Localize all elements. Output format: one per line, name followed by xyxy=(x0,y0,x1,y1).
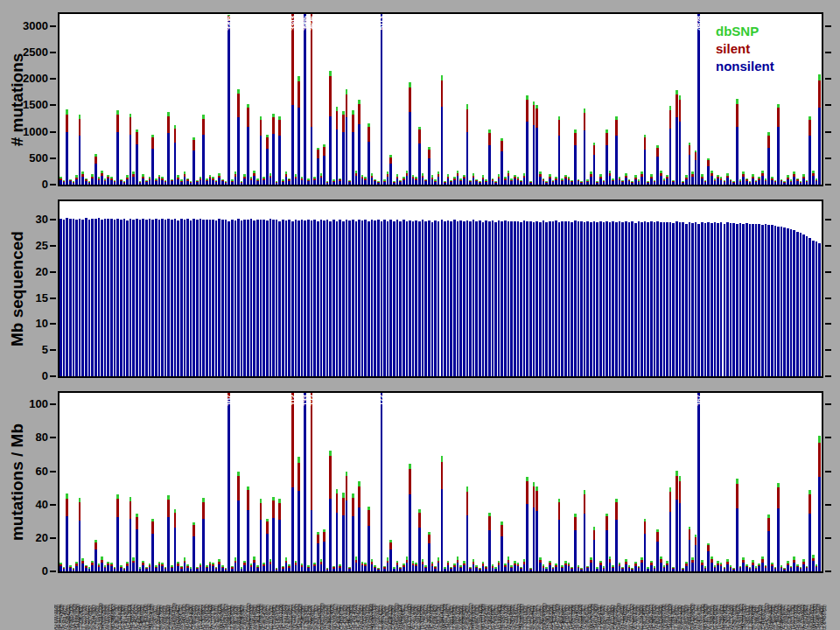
bar xyxy=(724,567,726,571)
legend-item-nonsilent: nonsilent xyxy=(716,58,774,75)
bar xyxy=(313,177,316,185)
bar xyxy=(656,529,659,571)
bar xyxy=(123,568,126,571)
bar xyxy=(656,221,659,376)
bar xyxy=(228,15,230,185)
bar xyxy=(631,181,634,185)
bar xyxy=(368,507,370,571)
bar xyxy=(812,241,815,376)
bar xyxy=(371,220,374,376)
bar xyxy=(396,174,399,185)
bar xyxy=(609,556,612,571)
bar xyxy=(444,181,446,185)
bar xyxy=(710,223,713,376)
bar xyxy=(647,567,649,571)
bar xyxy=(812,555,815,571)
bar xyxy=(552,221,555,376)
bar xyxy=(714,222,717,376)
bar xyxy=(136,514,138,571)
bar xyxy=(666,222,668,376)
bar xyxy=(88,567,91,571)
bar xyxy=(361,220,364,376)
bar xyxy=(492,564,494,571)
bar xyxy=(679,222,682,376)
x-axis-sample-labels: AD-1000-10(26)HR-1137-23(31)RC-1274-36(2… xyxy=(54,581,827,630)
bar xyxy=(171,565,173,571)
bar xyxy=(663,565,666,571)
bar xyxy=(736,99,738,185)
bar xyxy=(498,174,500,185)
bar xyxy=(278,499,281,571)
bar xyxy=(619,221,621,376)
bar xyxy=(237,219,240,376)
bar xyxy=(593,221,596,376)
bar xyxy=(472,220,475,376)
bar xyxy=(326,568,329,571)
y-tick xyxy=(825,104,831,106)
bar xyxy=(247,486,249,571)
bar xyxy=(691,172,694,185)
bar xyxy=(767,225,770,376)
bar xyxy=(304,393,306,571)
bar xyxy=(66,218,68,376)
bar xyxy=(806,236,808,376)
bar xyxy=(228,393,230,571)
bar xyxy=(139,220,142,376)
y-tick xyxy=(825,245,831,247)
y-axis-title-mb-sequenced: Mb sequenced xyxy=(8,201,27,376)
bar xyxy=(250,219,253,376)
y-tick xyxy=(825,349,831,351)
y-tick-label: 60 xyxy=(36,465,48,478)
y-tick-label: 0 xyxy=(42,369,48,382)
bar xyxy=(682,181,684,185)
bar xyxy=(256,220,259,376)
y-tick xyxy=(50,271,56,273)
y-tick xyxy=(50,403,56,405)
bar xyxy=(164,567,167,571)
bar xyxy=(288,564,290,571)
bar xyxy=(69,565,72,571)
bar xyxy=(816,242,818,376)
bar xyxy=(818,74,821,185)
bar xyxy=(508,171,510,185)
bar xyxy=(200,564,202,571)
bar xyxy=(231,220,234,376)
bar xyxy=(672,180,675,185)
bar xyxy=(479,181,481,185)
bar xyxy=(234,220,237,376)
bar xyxy=(352,220,354,376)
bar xyxy=(104,565,107,571)
bar xyxy=(453,220,456,376)
bar xyxy=(69,219,72,376)
bar xyxy=(517,221,520,376)
bar xyxy=(599,221,602,376)
bar xyxy=(393,221,396,376)
bar xyxy=(752,174,754,185)
bar xyxy=(689,527,691,571)
bar xyxy=(628,222,631,376)
bar xyxy=(149,177,151,185)
bar xyxy=(311,14,313,185)
bar xyxy=(409,82,411,185)
bar xyxy=(625,173,627,185)
bar xyxy=(381,393,383,571)
bar xyxy=(526,95,528,185)
bar xyxy=(707,158,710,185)
bar xyxy=(669,222,672,376)
bar xyxy=(707,542,710,571)
bar xyxy=(654,180,656,185)
bar xyxy=(66,109,68,185)
bar xyxy=(621,567,624,571)
y-tick xyxy=(50,349,56,351)
bar xyxy=(389,155,392,185)
bar xyxy=(399,221,402,376)
y-tick xyxy=(50,158,56,159)
bar xyxy=(682,568,684,571)
bar xyxy=(638,221,640,376)
bar xyxy=(114,180,116,185)
bar xyxy=(631,221,634,376)
bar xyxy=(447,561,450,571)
bar xyxy=(412,221,415,376)
bar xyxy=(130,497,132,571)
y-tick xyxy=(50,537,56,539)
